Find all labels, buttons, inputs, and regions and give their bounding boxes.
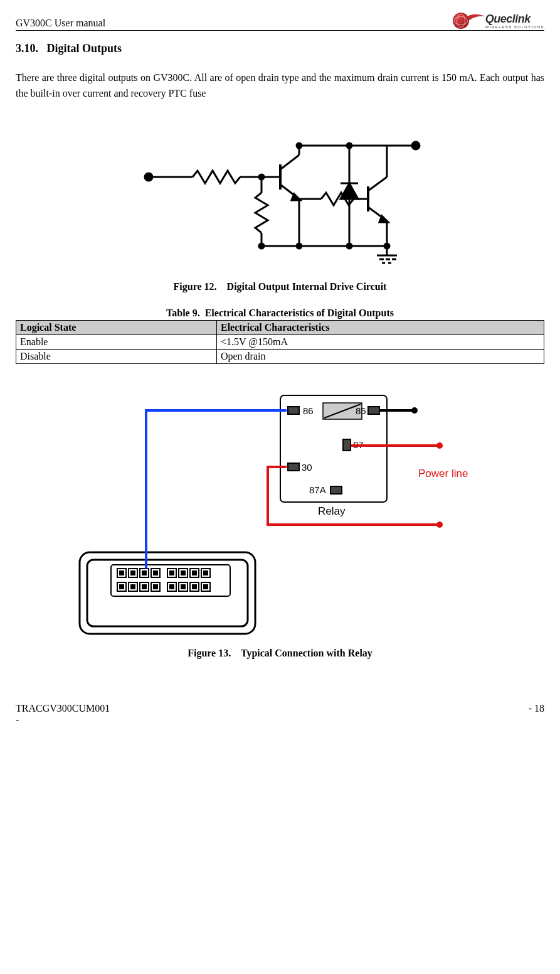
svg-point-32	[297, 244, 302, 249]
svg-point-88	[411, 407, 418, 414]
page-header: GV300C User manual Queclink WIRELESS SOL…	[16, 13, 544, 31]
power-line-label: Power line	[418, 468, 468, 479]
svg-point-29	[259, 244, 264, 249]
cell-state: Enable	[16, 334, 217, 349]
cell-char: <1.5V @150mA	[216, 334, 544, 349]
svg-rect-65	[120, 585, 124, 589]
table-row: Enable <1.5V @150mA	[16, 334, 544, 349]
footer-code: TRACGV300CUM001	[16, 703, 110, 714]
section-paragraph: There are three digital outputs on GV300…	[16, 70, 544, 102]
svg-rect-73	[170, 585, 174, 589]
figure-13-diagram: 86 85 87 30 87A Relay Power line	[67, 389, 494, 640]
svg-rect-83	[343, 439, 351, 451]
svg-point-23	[412, 142, 420, 149]
svg-rect-71	[154, 585, 157, 589]
cell-char: Open drain	[216, 349, 544, 363]
section-heading: 3.10. Digital Outputs	[16, 42, 544, 55]
svg-line-17	[368, 177, 387, 191]
svg-point-37	[347, 244, 352, 249]
svg-rect-51	[131, 571, 135, 575]
svg-line-6	[280, 155, 299, 169]
svg-rect-81	[288, 407, 299, 414]
table-header-char: Electrical Characteristics	[216, 320, 544, 334]
relay-connection-icon: 86 85 87 30 87A Relay Power line	[67, 389, 494, 640]
svg-rect-55	[154, 571, 157, 575]
figure-12-text: Digital Output Internal Drive Circuit	[227, 281, 387, 292]
svg-rect-67	[131, 585, 135, 589]
brand-name: Queclink	[485, 13, 544, 24]
svg-point-89	[436, 442, 443, 449]
footer-page: - 18	[529, 703, 544, 725]
svg-rect-49	[120, 571, 124, 575]
cell-state: Disable	[16, 349, 217, 363]
footer-dash: -	[16, 714, 110, 725]
svg-rect-63	[204, 571, 208, 575]
svg-marker-34	[341, 183, 358, 199]
section-title: Digital Outputs	[47, 42, 122, 55]
svg-rect-53	[142, 571, 146, 575]
svg-rect-84	[288, 463, 299, 471]
svg-rect-79	[204, 585, 208, 589]
page-footer: TRACGV300CUM001 - - 18	[16, 703, 544, 725]
svg-rect-85	[330, 486, 342, 494]
relay-pin-30: 30	[302, 462, 312, 473]
svg-point-90	[436, 522, 443, 528]
table-9-caption: Table 9. Electrical Characteristics of D…	[16, 308, 544, 319]
figure-13-caption: Figure 13. Typical Connection with Relay	[16, 648, 544, 659]
relay-pin-87a: 87A	[309, 484, 326, 495]
svg-rect-75	[181, 585, 185, 589]
relay-label: Relay	[318, 505, 346, 517]
svg-point-0	[145, 173, 152, 181]
figure-12-diagram	[16, 120, 544, 274]
table-9-text: Electrical Characteristics of Digital Ou…	[205, 308, 394, 318]
table-9: Logical State Electrical Characteristics…	[16, 320, 544, 364]
svg-rect-59	[181, 571, 185, 575]
figure-12-caption: Figure 12. Digital Output Internal Drive…	[16, 281, 544, 292]
table-row: Disable Open drain	[16, 349, 544, 363]
section-number: 3.10.	[16, 42, 38, 55]
relay-pin-86: 86	[303, 405, 314, 416]
globe-icon	[453, 13, 469, 29]
svg-rect-77	[193, 585, 196, 589]
svg-rect-82	[368, 407, 379, 414]
brand-tagline: WIRELESS SOLUTIONS	[485, 25, 544, 29]
doc-title: GV300C User manual	[16, 18, 105, 29]
circuit-diagram-icon	[136, 120, 425, 271]
relay-pin-85: 85	[356, 405, 366, 416]
figure-12-label: Figure 12.	[174, 281, 217, 292]
table-header-state: Logical State	[16, 320, 217, 334]
table-9-label: Table 9.	[166, 308, 200, 318]
figure-13-text: Typical Connection with Relay	[241, 648, 372, 658]
svg-rect-61	[193, 571, 196, 575]
svg-rect-57	[170, 571, 174, 575]
figure-13-label: Figure 13.	[188, 648, 231, 658]
svg-point-36	[347, 143, 352, 148]
queclink-logo: Queclink WIRELESS SOLUTIONS	[453, 13, 544, 29]
svg-rect-69	[142, 585, 146, 589]
